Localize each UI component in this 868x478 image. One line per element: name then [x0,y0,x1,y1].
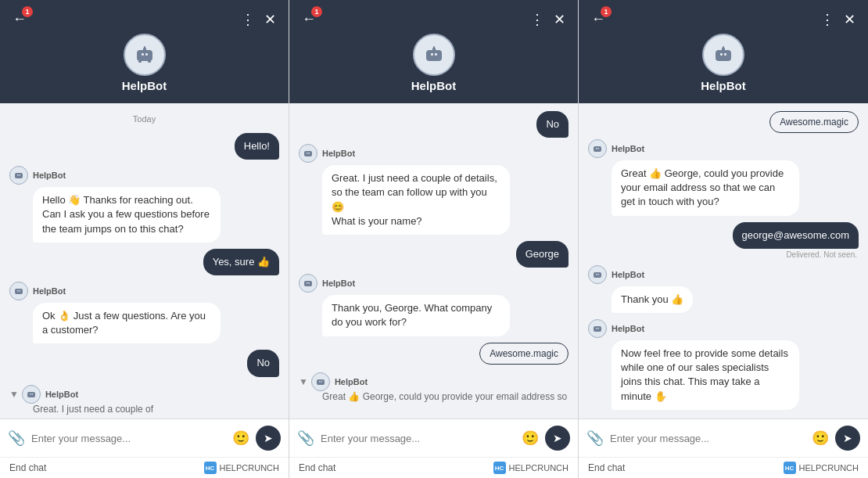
message-bubble: Hello! [235,133,279,160]
msg-row: Awesome.magic [588,111,859,133]
menu-button-2[interactable]: ⋮ [530,13,544,27]
end-chat-button-1[interactable]: End chat [9,462,46,473]
bot-label: HelpBot [33,286,66,296]
chat-panel-1: ← 1 ⋮ ✕ [0,0,289,478]
panels-container: ← 1 ⋮ ✕ [0,0,868,478]
awesome-magic-bubble[interactable]: Awesome.magic [479,343,569,365]
svg-rect-1 [142,53,144,56]
message-bubble: Great. I just need a couple of details, … [322,165,510,235]
bot-label: HelpBot [322,149,355,158]
powered-by-2: HELPCRUNCH [509,463,569,473]
bot-label: HelpBot [45,390,78,399]
chat-input-3[interactable] [610,433,805,444]
msg-row: Awesome.magic [299,343,569,365]
msg-row: HelpBot Thank you 👍 [588,265,859,313]
svg-rect-35 [594,146,601,152]
partial-message: Great 👍 George, could you provide your e… [322,391,567,402]
back-button-1[interactable]: ← 1 [13,9,31,29]
svg-rect-29 [321,381,322,383]
chat-footer-1: End chat HC HELPCRUNCH [0,457,289,478]
bot-mini-avatar [588,319,607,338]
send-button-1[interactable]: ➤ [256,426,281,451]
bot-label: HelpBot [612,324,644,333]
msg-row: Yes, sure 👍 [9,249,279,275]
svg-rect-27 [317,379,325,385]
msg-row: HelpBot Ok 👌 Just a few questions. Are y… [9,282,279,343]
close-button-1[interactable]: ✕ [264,13,276,27]
svg-rect-34 [723,46,724,49]
chat-body-3: Awesome.magic HelpBot Great 👍 George, co… [579,103,868,419]
chat-input-2[interactable] [321,433,515,444]
svg-rect-41 [594,326,601,332]
svg-rect-14 [30,394,31,395]
svg-rect-40 [598,274,600,275]
svg-rect-16 [426,50,442,61]
svg-rect-11 [17,290,19,292]
message-bubble: Thank you, George. What company do you w… [322,295,510,336]
close-button-2[interactable]: ✕ [554,13,565,27]
collapse-icon[interactable]: ▼ [9,389,19,400]
message-bubble: No [536,111,569,138]
msg-row: ▼ HelpBot Great 👍 George, could you prov… [299,371,569,402]
helpcrunch-logo-2: HC HELPCRUNCH [493,462,569,474]
svg-rect-43 [598,328,600,329]
msg-row: HelpBot Hello 👋 Thanks for reaching out.… [9,166,279,243]
send-button-3[interactable]: ➤ [835,426,860,451]
svg-rect-26 [309,282,310,284]
end-chat-button-3[interactable]: End chat [588,462,625,473]
svg-rect-10 [15,289,23,294]
svg-rect-17 [431,53,433,56]
svg-rect-32 [724,53,726,56]
emoji-button-1[interactable]: 🙂 [232,429,249,447]
notification-badge-3: 1 [601,6,612,17]
svg-rect-9 [20,174,21,176]
chat-input-area-3: 📎 🙂 ➤ [579,419,868,457]
attach-button-2[interactable]: 📎 [297,429,314,447]
back-button-2[interactable]: ← 1 [302,9,321,29]
message-bubble: george@awesome.com [733,222,859,249]
bot-avatar-1 [124,34,166,76]
bot-avatar-3 [702,34,744,76]
hc-icon-2: HC [493,462,506,474]
chat-footer-3: End chat HC HELPCRUNCH [579,457,868,478]
svg-rect-6 [148,59,151,63]
bot-mini-avatar [311,372,330,391]
svg-rect-18 [435,53,437,56]
back-button-3[interactable]: ← 1 [591,9,610,29]
bot-mini-avatar [9,282,28,300]
message-bubble: George [516,241,569,268]
msg-row: HelpBot Great 👍 George, could you provid… [588,139,859,216]
message-bubble: No [247,350,279,376]
svg-rect-20 [433,46,435,49]
helpcrunch-logo-3: HC HELPCRUNCH [784,462,859,474]
bot-label: HelpBot [335,377,368,386]
svg-rect-25 [307,282,308,284]
bot-name-3: HelpBot [701,79,746,92]
svg-rect-2 [145,53,148,56]
svg-rect-39 [596,274,597,275]
msg-row: HelpBot Great. I just need a couple of d… [299,144,569,235]
menu-button-1[interactable]: ⋮ [241,13,255,27]
send-button-2[interactable]: ➤ [545,426,570,451]
bot-mini-avatar [22,385,41,404]
chat-input-1[interactable] [31,433,226,444]
awesome-magic-link[interactable]: Awesome.magic [769,111,859,133]
chat-footer-2: End chat HC HELPCRUNCH [289,457,578,478]
attach-button-3[interactable]: 📎 [586,429,604,447]
bot-label: HelpBot [33,171,66,180]
emoji-button-3[interactable]: 🙂 [812,429,829,447]
msg-row: ▼ HelpBot Great. I just need a couple of [9,383,279,415]
close-button-3[interactable]: ✕ [844,13,855,27]
menu-button-3[interactable]: ⋮ [820,13,834,27]
collapse-icon[interactable]: ▼ [299,376,308,387]
attach-button-1[interactable]: 📎 [8,429,25,447]
date-label-1: Today [9,114,279,124]
message-bubble: Ok 👌 Just a few questions. Are you a cus… [33,303,221,343]
svg-rect-38 [594,272,601,278]
svg-rect-31 [720,53,723,56]
emoji-button-2[interactable]: 🙂 [522,429,539,447]
chat-panel-3: ← 1 ⋮ ✕ HelpBot [579,0,868,478]
svg-rect-37 [598,148,600,149]
end-chat-button-2[interactable]: End chat [299,462,335,473]
svg-rect-12 [20,290,21,292]
